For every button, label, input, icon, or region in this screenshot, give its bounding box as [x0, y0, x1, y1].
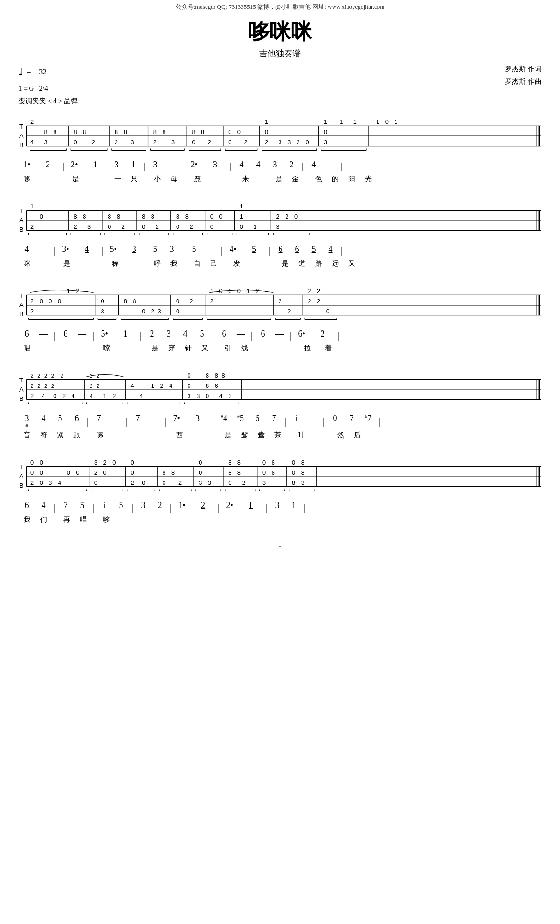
n3: 2•	[66, 160, 83, 170]
n2: 2	[35, 160, 61, 170]
svg-text:2: 2	[285, 213, 288, 220]
song-title: 哆咪咪	[14, 18, 546, 46]
l16: 的	[327, 175, 343, 184]
svg-text:2: 2	[242, 479, 245, 486]
svg-text:0: 0	[67, 469, 70, 476]
svg-text:3: 3	[324, 138, 327, 145]
n314: —	[271, 329, 288, 339]
l10	[205, 175, 231, 184]
n33: 6	[57, 329, 74, 339]
time-value: 2/4	[39, 85, 48, 92]
svg-text:3: 3	[208, 479, 211, 486]
svg-text:0: 0	[228, 129, 231, 135]
n59: 1•	[174, 501, 190, 511]
svg-text:8: 8	[228, 459, 231, 466]
n511: 2•	[221, 501, 238, 511]
tab-block-2: T A B 1 0 – 2 8 8 2 3 8 8 0	[18, 200, 542, 272]
n10: 3	[202, 160, 228, 170]
svg-text:B: B	[19, 310, 24, 317]
svg-text:2: 2	[265, 138, 268, 145]
svg-text:6: 6	[215, 382, 218, 389]
svg-text:0: 0	[237, 129, 241, 135]
svg-text:1: 1	[67, 288, 70, 294]
n315: 6•	[293, 329, 310, 339]
svg-text:0: 0	[324, 129, 327, 135]
svg-text:3: 3	[287, 138, 291, 145]
svg-text:8: 8	[44, 129, 48, 135]
n56: 5	[113, 501, 129, 511]
svg-text:T: T	[19, 292, 23, 299]
svg-text:2: 2	[37, 373, 40, 379]
svg-text:2: 2	[51, 383, 54, 389]
svg-text:1: 1	[324, 118, 327, 125]
n13: 3	[267, 160, 283, 170]
svg-text:8: 8	[176, 213, 179, 220]
header-text: 公众号:musegtp QQ: 731335515 微博：@小叶歌吉他 网址: …	[176, 3, 385, 10]
l4	[84, 175, 109, 184]
svg-text:0: 0	[40, 479, 43, 486]
svg-text:2: 2	[160, 382, 164, 389]
bar1: |	[61, 161, 66, 171]
n210: —	[202, 245, 219, 255]
svg-text:1: 1	[353, 118, 357, 125]
svg-text:4: 4	[42, 392, 45, 399]
l3: 是	[67, 175, 84, 184]
svg-text:2: 2	[30, 392, 34, 399]
n8: —	[164, 160, 180, 170]
n43: 5	[52, 414, 68, 424]
n28: 3	[164, 245, 180, 255]
svg-text:1: 1	[151, 382, 154, 389]
svg-text:2: 2	[44, 383, 47, 389]
svg-text:8: 8	[83, 129, 86, 135]
equals: =	[27, 65, 31, 80]
n36: 1	[113, 329, 138, 339]
svg-text:T: T	[19, 464, 23, 471]
svg-text:2: 2	[210, 298, 213, 305]
n11: 4	[233, 160, 250, 170]
n51: 6	[18, 501, 35, 511]
svg-text:0: 0	[199, 459, 202, 466]
svg-text:3: 3	[94, 459, 97, 466]
svg-text:2: 2	[37, 383, 40, 389]
l11: 来	[237, 175, 254, 184]
svg-text:0: 0	[228, 138, 231, 145]
svg-text:0: 0	[112, 459, 116, 466]
barend: |	[339, 161, 344, 171]
svg-text:0: 0	[30, 459, 34, 466]
notation-row-1: 1• 2 | 2• 1 3 1 | 3 — | 2• 3 | 4 4 3	[18, 157, 542, 174]
svg-text:0: 0	[188, 382, 191, 389]
svg-text:8: 8	[237, 469, 241, 476]
svg-text:0: 0	[162, 479, 165, 486]
n316: 2	[310, 329, 335, 339]
n35: 5•	[96, 329, 113, 339]
n29: 5	[186, 245, 202, 255]
svg-text:2: 2	[30, 118, 34, 125]
svg-text:2: 2	[308, 298, 311, 305]
staff-svg-2: T A B 1 0 – 2 8 8 2 3 8 8 0	[18, 200, 542, 242]
l1: 哆	[18, 175, 35, 184]
n23: 3•	[57, 245, 74, 255]
n410: 3	[185, 414, 210, 424]
svg-text:2: 2	[317, 298, 320, 305]
l9: 鹿	[189, 175, 205, 184]
n216: 4	[322, 245, 339, 255]
svg-text:1: 1	[376, 118, 379, 125]
notation-row-3: 6 — | 6 — | 5• 1 | 2 3 4 5 | 6 — | 6 — |	[18, 326, 542, 343]
staff-svg-3: T A B 2 0 0 0 2 1 2 – 0 3	[18, 285, 542, 326]
n514: 1	[286, 501, 302, 511]
svg-text:2: 2	[76, 288, 79, 294]
svg-text:0: 0	[131, 459, 134, 466]
svg-text:0: 0	[210, 213, 213, 220]
svg-text:3: 3	[158, 307, 161, 314]
svg-text:0: 0	[199, 469, 202, 476]
svg-text:3: 3	[101, 307, 104, 314]
svg-text:2: 2	[308, 288, 311, 294]
svg-text:0: 0	[58, 298, 61, 305]
svg-text:2: 2	[103, 459, 106, 466]
svg-text:3: 3	[196, 392, 200, 399]
svg-text:2: 2	[208, 138, 211, 145]
svg-text:0: 0	[76, 469, 79, 476]
svg-text:2: 2	[122, 223, 125, 230]
svg-text:3: 3	[87, 223, 91, 230]
svg-text:2: 2	[256, 288, 259, 294]
